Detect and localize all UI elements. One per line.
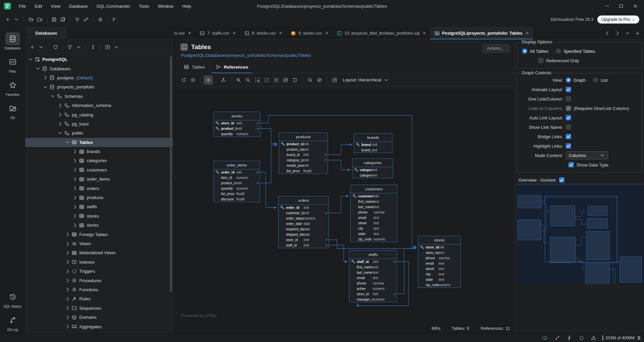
rail-item-sql-history[interactable]: SQL History — [0, 291, 25, 308]
tree-toggle-icon[interactable] — [72, 167, 78, 173]
close-tab-icon[interactable]: ✕ — [525, 31, 529, 36]
tree-item-foreign-tables[interactable]: Foreign Tables — [25, 230, 173, 239]
upgrade-to-pro-button[interactable]: Upgrade to Pro → — [597, 15, 639, 24]
tree-item-databases[interactable]: Databases — [25, 64, 173, 73]
spinner-icon[interactable] — [579, 335, 584, 341]
rail-item-git-log[interactable]: Git Log — [0, 314, 25, 332]
diagram-zoom-target-button[interactable] — [271, 75, 281, 85]
close-tab-icon[interactable]: ✕ — [188, 31, 191, 36]
diagram-export-button[interactable] — [219, 75, 228, 85]
tree-toggle-icon[interactable] — [35, 66, 41, 71]
rail-item-databases[interactable]: Databases — [0, 32, 25, 50]
reference-edge[interactable] — [328, 145, 352, 155]
tree-toggle-icon[interactable] — [65, 269, 70, 274]
menu-database[interactable]: Database — [66, 2, 91, 10]
diagram-open-window-button[interactable] — [330, 75, 339, 85]
links-to-columns-checkbox[interactable] — [566, 106, 571, 111]
doc-tab[interactable]: PostgreSQL/proyecto_portafolio: Tables✕ — [430, 27, 533, 39]
tree-item-proyecto_portafolio[interactable]: proyecto_portafolio — [25, 82, 173, 91]
tree-scrollbar[interactable] — [170, 56, 172, 292]
table-node-products[interactable]: productsproduct_idint4product_nametextbr… — [279, 132, 328, 174]
tree-item-customers[interactable]: customers — [25, 165, 173, 175]
tree-open-window-button[interactable] — [103, 43, 112, 51]
show-link-name-checkbox[interactable] — [566, 124, 571, 130]
plus-button[interactable] — [3, 15, 12, 24]
view-tab-tables[interactable]: Tables — [180, 61, 209, 73]
doc-tab[interactable]: ts.csv✕ — [173, 27, 196, 39]
chevron-down-button[interactable] — [12, 15, 21, 24]
tree-item-schemas[interactable]: Schemas — [25, 92, 173, 101]
tree-toggle-icon[interactable] — [72, 186, 78, 191]
save-all-button[interactable] — [58, 15, 67, 24]
animate-layout-checkbox[interactable] — [566, 87, 571, 92]
rail-item-files[interactable]: Files — [0, 55, 25, 73]
tree-toggle-icon[interactable] — [65, 259, 70, 265]
menu-help[interactable]: Help — [179, 2, 195, 10]
tree-toggle-icon[interactable] — [65, 296, 70, 302]
diagram-open-new-button[interactable] — [281, 75, 290, 85]
menu-file[interactable]: File — [15, 2, 29, 10]
tree-toggle-icon[interactable] — [72, 223, 78, 228]
tree-toggle-icon[interactable] — [57, 130, 63, 136]
memory-monitor[interactable]: 203M of 4096M — [602, 336, 641, 340]
databases-panel-tab[interactable]: Databases — [25, 27, 67, 39]
node-content-select[interactable]: Columns — [566, 151, 608, 159]
tree-item-views[interactable]: Views — [25, 239, 173, 248]
sort-button[interactable] — [111, 15, 119, 24]
tree-toggle-icon[interactable] — [72, 213, 78, 219]
tree-toggle-icon[interactable] — [65, 324, 70, 329]
diagram-fit-button[interactable] — [262, 75, 271, 85]
tree-item-pg_toast[interactable]: pg_toast — [25, 119, 173, 128]
reference-edge[interactable] — [260, 128, 277, 144]
tree-toggle-icon[interactable] — [43, 84, 48, 90]
rail-item-git[interactable]: Git — [0, 102, 25, 120]
tree-item-domains[interactable]: Domains — [25, 313, 173, 322]
rail-item-favorites[interactable]: Favorites — [0, 79, 25, 97]
tree-toggle-icon[interactable] — [65, 278, 70, 283]
cloud-down-icon[interactable] — [542, 335, 548, 341]
bridge-links-checkbox[interactable] — [566, 134, 571, 139]
tree-item-products[interactable]: products — [25, 193, 173, 202]
referenced-only-checkbox[interactable] — [538, 58, 544, 63]
diagram-select-square-button[interactable] — [188, 75, 198, 85]
tree-refresh-button[interactable] — [51, 43, 60, 51]
tree-item-brands[interactable]: brands — [25, 147, 173, 156]
tree-item-tables[interactable]: Tables — [25, 138, 173, 147]
tree-item-pg_catalog[interactable]: pg_catalog — [25, 110, 173, 119]
tree-collapse-button[interactable] — [89, 43, 97, 51]
collapse-arrows-icon[interactable] — [555, 335, 560, 341]
menu-view[interactable]: View — [47, 2, 63, 10]
tree-item-stocks[interactable]: stocks — [25, 212, 173, 221]
actions-button[interactable]: Actions... — [482, 44, 509, 53]
tree-item-indexes[interactable]: Indexes — [25, 258, 173, 267]
doc-tab[interactable]: 7: staffs.csv✕ — [196, 27, 240, 39]
radio-list[interactable]: List — [593, 77, 607, 83]
diagram-gear-button[interactable] — [204, 75, 213, 85]
breadcrumb[interactable]: PostgreSQL/Databases/proyecto_portafolio… — [176, 52, 515, 61]
tree-toggle-icon[interactable] — [28, 57, 33, 62]
tree-item-aggregates[interactable]: Aggregates — [25, 322, 173, 331]
tree-toggle-icon[interactable] — [72, 158, 78, 163]
save-button[interactable] — [50, 15, 58, 24]
highlight-links-checkbox[interactable] — [566, 143, 571, 149]
tree-toggle-icon[interactable] — [43, 75, 48, 80]
diagram-zoom-region-button[interactable] — [253, 75, 262, 85]
tree-item-procedures[interactable]: Procedures — [25, 276, 173, 285]
window-maximize-button[interactable] — [618, 3, 624, 9]
menu-window[interactable]: Window — [155, 2, 177, 10]
radio-specified-tables[interactable]: Specified Tables — [556, 48, 595, 54]
tree-toggle-icon[interactable] — [65, 140, 70, 145]
tree-plus-button[interactable] — [28, 43, 37, 51]
tree-toggle-icon[interactable] — [72, 204, 78, 210]
reference-edge[interactable] — [260, 145, 277, 183]
diagram-refresh-button[interactable] — [179, 75, 188, 85]
panel-splitter[interactable]: ⋮ — [173, 39, 176, 334]
overview-minimap[interactable] — [516, 184, 643, 284]
close-tab-icon[interactable]: ✕ — [423, 31, 426, 36]
tree-item-postgres[interactable]: postgres(Default) — [25, 73, 173, 82]
tree-toggle-icon[interactable] — [65, 315, 70, 320]
warning-icon[interactable] — [591, 335, 596, 341]
tree-item-information_schema[interactable]: information_schema — [25, 101, 173, 110]
doc-tab[interactable]: 9: stores.csv✕ — [287, 27, 333, 39]
window-minimize-button[interactable] — [604, 3, 610, 9]
